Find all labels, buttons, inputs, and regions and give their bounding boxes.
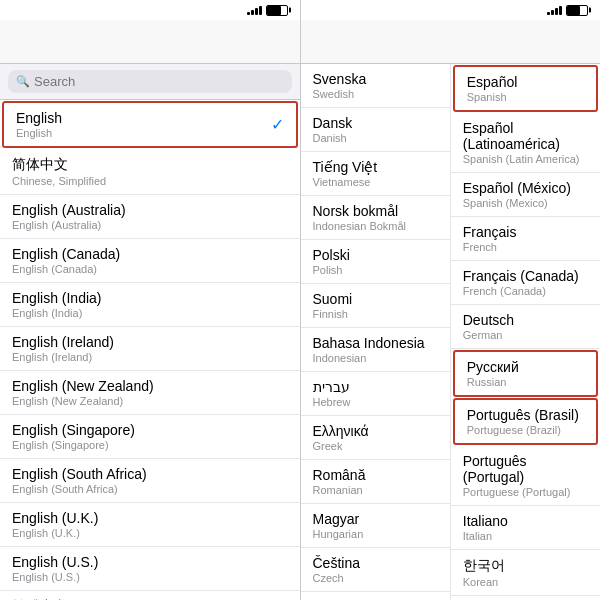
right-left-lang-item-9[interactable]: Română Romanian	[301, 460, 450, 504]
left-lang-item-10[interactable]: English (U.S.) English (U.S.)	[0, 547, 300, 591]
lang-primary: Tiếng Việt	[313, 159, 378, 175]
lang-primary: Čeština	[313, 555, 360, 571]
lang-primary: Svenska	[313, 71, 367, 87]
search-icon: 🔍	[16, 75, 30, 88]
lang-secondary: Italian	[463, 530, 508, 542]
lang-secondary: Chinese, Simplified	[12, 175, 106, 187]
lang-primary: English (South Africa)	[12, 466, 147, 482]
lang-secondary: Swedish	[313, 88, 367, 100]
lang-primary: Ελληνικά	[313, 423, 369, 439]
lang-secondary: Greek	[313, 440, 369, 452]
lang-secondary: Czech	[313, 572, 360, 584]
lang-secondary: Vietnamese	[313, 176, 378, 188]
lang-secondary: English (U.S.)	[12, 571, 98, 583]
right-left-lang-item-8[interactable]: Ελληνικά Greek	[301, 416, 450, 460]
right-right-lang-item-11[interactable]: Türkçe Turkish	[451, 596, 600, 600]
lang-primary: Italiano	[463, 513, 508, 529]
right-panel: Svenska Swedish Dansk Danish Tiếng Việt …	[301, 20, 601, 600]
right-right-lang-item-10[interactable]: 한국어 Korean	[451, 550, 600, 596]
left-lang-item-0[interactable]: English English ✓	[2, 101, 298, 148]
lang-primary: עברית	[313, 379, 351, 395]
lang-primary: Español (México)	[463, 180, 571, 196]
lang-primary: English (Canada)	[12, 246, 120, 262]
left-language-list: English English ✓ 简体中文 Chinese, Simplifi…	[0, 100, 300, 600]
left-lang-item-2[interactable]: English (Australia) English (Australia)	[0, 195, 300, 239]
left-done-button[interactable]	[248, 38, 292, 46]
search-input[interactable]	[34, 74, 284, 89]
lang-secondary: Indonesian	[313, 352, 425, 364]
right-left-lang-item-5[interactable]: Suomi Finnish	[301, 284, 450, 328]
lang-primary: Dansk	[313, 115, 353, 131]
right-right-lang-item-2[interactable]: Español (México) Spanish (Mexico)	[451, 173, 600, 217]
right-left-lang-item-11[interactable]: Čeština Czech	[301, 548, 450, 592]
right-left-lang-item-2[interactable]: Tiếng Việt Vietnamese	[301, 152, 450, 196]
right-right-lang-item-4[interactable]: Français (Canada) French (Canada)	[451, 261, 600, 305]
lang-primary: Español (Latinoamérica)	[463, 120, 588, 152]
lang-secondary: Spanish (Mexico)	[463, 197, 571, 209]
lang-secondary: English (Australia)	[12, 219, 126, 231]
lang-primary: Deutsch	[463, 312, 514, 328]
right-right-lang-item-9[interactable]: Italiano Italian	[451, 506, 600, 550]
lang-secondary: Korean	[463, 576, 505, 588]
right-right-lang-item-7[interactable]: Português (Brasil) Portuguese (Brazil)	[453, 398, 598, 445]
signal-icon-right	[547, 5, 562, 15]
right-left-lang-item-10[interactable]: Magyar Hungarian	[301, 504, 450, 548]
right-left-lang-item-4[interactable]: Polski Polish	[301, 240, 450, 284]
battery-icon	[266, 5, 288, 16]
right-right-lang-item-1[interactable]: Español (Latinoamérica) Spanish (Latin A…	[451, 113, 600, 173]
lang-primary: English (Ireland)	[12, 334, 114, 350]
left-lang-item-11[interactable]: 繁體中文 Chinese, Traditional	[0, 591, 300, 600]
lang-secondary: Portuguese (Brazil)	[467, 424, 579, 436]
lang-secondary: German	[463, 329, 514, 341]
right-right-lang-item-5[interactable]: Deutsch German	[451, 305, 600, 349]
lang-primary: Português (Portugal)	[463, 453, 588, 485]
right-left-lang-item-0[interactable]: Svenska Swedish	[301, 64, 450, 108]
right-left-lang-item-7[interactable]: עברית Hebrew	[301, 372, 450, 416]
lang-primary: 简体中文	[12, 156, 106, 174]
lang-primary: Suomi	[313, 291, 353, 307]
left-lang-item-5[interactable]: English (Ireland) English (Ireland)	[0, 327, 300, 371]
checkmark-icon: ✓	[271, 115, 284, 134]
lang-primary: Magyar	[313, 511, 364, 527]
lang-primary: English (India)	[12, 290, 102, 306]
lang-primary: Français	[463, 224, 517, 240]
left-nav-bar	[0, 20, 300, 64]
right-left-lang-item-6[interactable]: Bahasa Indonesia Indonesian	[301, 328, 450, 372]
lang-primary: Français (Canada)	[463, 268, 579, 284]
lang-primary: Русский	[467, 359, 519, 375]
left-lang-item-1[interactable]: 简体中文 Chinese, Simplified	[0, 149, 300, 195]
lang-secondary: Spanish (Latin America)	[463, 153, 588, 165]
right-left-lang-item-12[interactable]: Hrvatski Croatian	[301, 592, 450, 600]
right-right-lang-item-3[interactable]: Français French	[451, 217, 600, 261]
left-lang-item-6[interactable]: English (New Zealand) English (New Zeala…	[0, 371, 300, 415]
lang-secondary: Indonesian Bokmål	[313, 220, 407, 232]
left-panel: 🔍 English English ✓ 简体中文 Chinese, Simpli…	[0, 20, 301, 600]
left-lang-item-8[interactable]: English (South Africa) English (South Af…	[0, 459, 300, 503]
left-lang-item-4[interactable]: English (India) English (India)	[0, 283, 300, 327]
lang-primary: English (U.K.)	[12, 510, 98, 526]
lang-secondary: French	[463, 241, 517, 253]
right-right-lang-item-0[interactable]: Español Spanish	[453, 65, 598, 112]
lang-primary: English (Singapore)	[12, 422, 135, 438]
signal-icon	[247, 5, 262, 15]
right-nav-bar	[301, 20, 601, 64]
lang-secondary: Hungarian	[313, 528, 364, 540]
lang-primary: 한국어	[463, 557, 505, 575]
lang-primary: English (New Zealand)	[12, 378, 154, 394]
right-cancel-button[interactable]	[309, 38, 353, 46]
right-right-lang-item-6[interactable]: Русский Russian	[453, 350, 598, 397]
left-cancel-button[interactable]	[8, 38, 52, 46]
right-left-lang-item-3[interactable]: Norsk bokmål Indonesian Bokmål	[301, 196, 450, 240]
battery-icon-right	[566, 5, 588, 16]
lang-primary: English (U.S.)	[12, 554, 98, 570]
right-left-lang-item-1[interactable]: Dansk Danish	[301, 108, 450, 152]
search-bar: 🔍	[0, 64, 300, 100]
left-lang-item-3[interactable]: English (Canada) English (Canada)	[0, 239, 300, 283]
lang-secondary: English (Canada)	[12, 263, 120, 275]
left-lang-item-9[interactable]: English (U.K.) English (U.K.)	[0, 503, 300, 547]
left-lang-item-7[interactable]: English (Singapore) English (Singapore)	[0, 415, 300, 459]
lang-primary: Română	[313, 467, 366, 483]
lang-secondary: Polish	[313, 264, 350, 276]
right-right-lang-item-8[interactable]: Português (Portugal) Portuguese (Portuga…	[451, 446, 600, 506]
lang-secondary: English (New Zealand)	[12, 395, 154, 407]
